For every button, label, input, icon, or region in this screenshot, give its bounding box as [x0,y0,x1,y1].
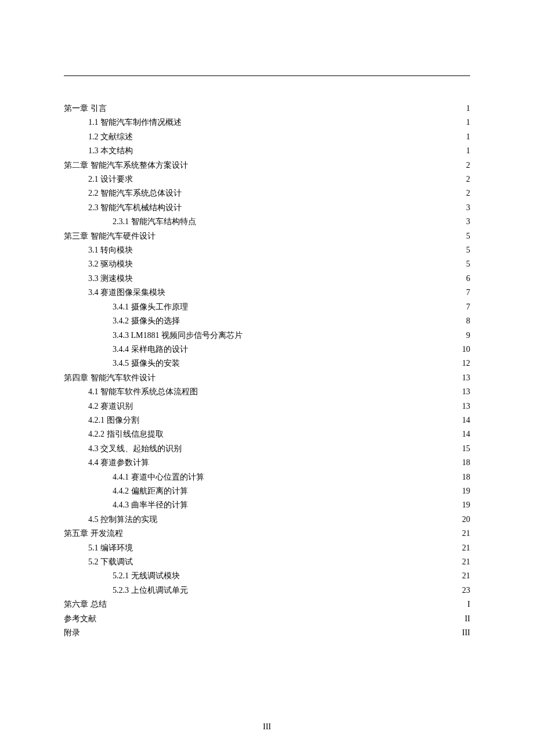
toc-label: 5.2.1 无线调试模块 [113,569,180,583]
toc-page-number: 1 [465,102,470,116]
toc-leader-dots [139,415,461,423]
toc-page-number: 7 [465,300,470,314]
toc-label: 2.3.1 智能汽车结构特点 [113,215,196,229]
toc-leader-dots [96,613,464,621]
toc-label: 4.4.3 曲率半径的计算 [113,498,188,512]
toc-page-number: 18 [461,470,470,484]
toc-leader-dots [157,514,461,522]
toc-entry: 4.2 赛道识别13 [64,399,470,413]
header-rule [64,75,470,76]
toc-page-number: 3 [465,215,470,229]
toc-label: 1.1 智能汽车制作情况概述 [88,116,182,129]
toc-entry: 4.4 赛道参数计算18 [64,456,470,470]
toc-entry: 1.1 智能汽车制作情况概述1 [64,116,470,129]
toc-leader-dots [188,585,461,593]
toc-entry: 2.2 智能汽车系统总体设计2 [64,186,470,200]
toc-page-number: 9 [465,329,470,343]
toc-leader-dots [133,244,465,253]
toc-label: 3.4 赛道图像采集模块 [88,286,165,300]
toc-entry: 3.1 转向模块5 [64,243,470,257]
toc-leader-dots [182,443,461,451]
toc-page-number: 1 [465,130,470,144]
toc-leader-dots [196,216,466,224]
table-of-contents: 第一章 引言11.1 智能汽车制作情况概述11.2 文献综述11.3 本文结构1… [64,102,470,640]
toc-label: 5.1 编译环境 [88,541,133,555]
toc-page-number: 7 [465,286,470,300]
toc-label: 第二章 智能汽车系统整体方案设计 [64,159,188,172]
toc-entry: 3.4.2 摄像头的选择8 [64,314,470,328]
toc-entry: 3.4.4 采样电路的设计10 [64,343,470,357]
toc-leader-dots [149,457,461,465]
toc-leader-dots [133,273,465,281]
toc-label: 5.2.3 上位机调试单元 [113,584,188,597]
toc-leader-dots [80,627,461,635]
toc-page-number: 5 [465,243,470,257]
toc-entry: 第五章 开发流程21 [64,527,470,541]
toc-leader-dots [188,499,461,507]
toc-label: 5.2 下载调试 [88,555,133,569]
toc-leader-dots [180,570,461,578]
toc-label: 第四章 智能汽车软件设计 [64,371,156,385]
toc-entry: 4.2.2 指引线信息提取14 [64,427,470,441]
toc-page-number: 3 [465,201,470,215]
toc-entry: 参考文献II [64,612,470,626]
toc-label: 2.3 智能汽车机械结构设计 [88,201,182,215]
toc-entry: 1.3 本文结构1 [64,144,470,158]
toc-entry: 第二章 智能汽车系统整体方案设计2 [64,159,470,172]
toc-page-number: 1 [465,116,470,129]
toc-leader-dots [188,485,461,494]
toc-page-number: III [461,626,470,640]
toc-entry: 4.1 智能车软件系统总体流程图13 [64,385,470,399]
toc-entry: 4.3 交叉线、起始线的识别15 [64,442,470,456]
toc-entry: 5.2.3 上位机调试单元23 [64,584,470,597]
toc-page-number: 2 [465,186,470,200]
toc-entry: 5.2 下载调试21 [64,555,470,569]
toc-leader-dots [133,174,465,182]
toc-leader-dots [133,145,465,153]
toc-page-number: 2 [465,172,470,186]
toc-page-number: 21 [461,555,470,569]
toc-label: 4.2.1 图像分割 [88,413,139,427]
toc-entry: 3.3 测速模块6 [64,272,470,286]
toc-page-number: 20 [461,513,470,527]
toc-label: 4.1 智能车软件系统总体流程图 [88,385,198,399]
toc-label: 4.4.1 赛道中心位置的计算 [113,470,204,484]
toc-page-number: 1 [465,144,470,158]
toc-page-number: 5 [465,257,470,271]
toc-entry: 3.4.1 摄像头工作原理7 [64,300,470,314]
toc-page-number: 15 [461,442,470,456]
toc-label: 3.4.1 摄像头工作原理 [113,300,188,314]
toc-page-number: 19 [461,484,470,498]
toc-page-number: 13 [461,399,470,413]
toc-leader-dots [180,315,466,323]
toc-label: 2.1 设计要求 [88,172,133,186]
toc-leader-dots [164,429,461,437]
toc-page-number: 10 [461,343,470,357]
toc-label: 4.2 赛道识别 [88,399,133,413]
toc-leader-dots [188,344,461,352]
toc-leader-dots [188,301,466,309]
toc-page-number: 14 [461,413,470,427]
toc-page-number: 5 [465,229,470,243]
toc-page-number: 12 [461,357,470,370]
toc-page-number: 19 [461,498,470,512]
toc-entry: 5.1 编译环境21 [64,541,470,555]
toc-leader-dots [198,386,461,394]
toc-leader-dots [133,131,465,139]
toc-leader-dots [107,103,466,111]
toc-page-number: 21 [461,541,470,555]
toc-page-number: II [464,612,470,626]
toc-entry: 2.3 智能汽车机械结构设计3 [64,201,470,215]
toc-label: 第三章 智能汽车硬件设计 [64,229,156,243]
toc-page-number: 2 [465,159,470,172]
toc-leader-dots [156,231,466,239]
toc-label: 3.4.5 摄像头的安装 [113,357,180,370]
toc-label: 4.2.2 指引线信息提取 [88,427,164,441]
toc-label: 2.2 智能汽车系统总体设计 [88,186,182,200]
toc-entry: 4.4.2 偏航距离的计算19 [64,484,470,498]
toc-entry: 3.4.5 摄像头的安装12 [64,357,470,370]
toc-leader-dots [180,358,461,366]
toc-entry: 第四章 智能汽车软件设计13 [64,371,470,385]
toc-label: 3.3 测速模块 [88,272,133,286]
toc-label: 第一章 引言 [64,102,107,116]
